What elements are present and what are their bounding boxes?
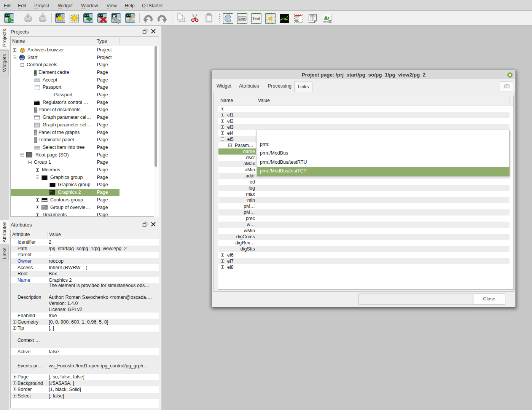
svg-text:Enter|: Enter| <box>239 18 246 21</box>
svg-text:T: T <box>327 16 330 20</box>
svg-text:Value: Value <box>323 21 329 23</box>
svg-text:Text: Text <box>252 17 260 21</box>
svg-text:Order: Order <box>311 15 314 16</box>
